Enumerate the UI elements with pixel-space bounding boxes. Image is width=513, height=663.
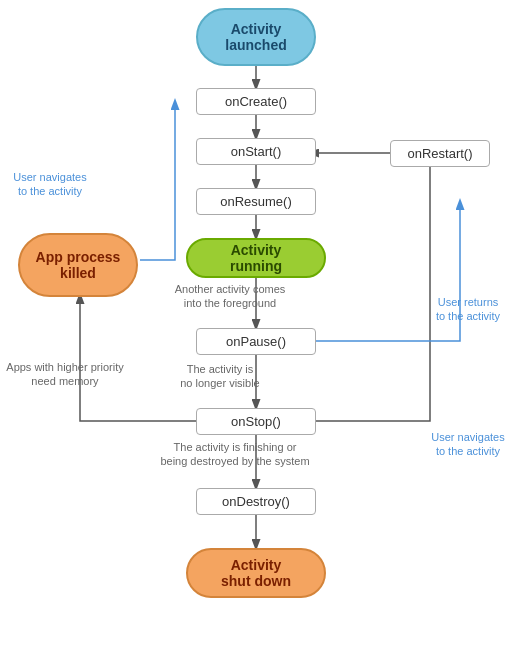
annotation-no-longer-visible: The activity is no longer visible xyxy=(155,362,285,391)
on-restart-label: onRestart() xyxy=(407,146,472,161)
app-process-killed-label: App process killed xyxy=(36,249,121,281)
diagram: Activity launched onCreate() onStart() o… xyxy=(0,0,513,663)
annotation-user-navigates-left: User navigates to the activity xyxy=(10,170,90,199)
annotation-apps-higher-priority: Apps with higher priority need memory xyxy=(0,360,130,389)
activity-launched-node: Activity launched xyxy=(196,8,316,66)
on-stop-label: onStop() xyxy=(231,414,281,429)
on-resume-label: onResume() xyxy=(220,194,292,209)
on-destroy-node: onDestroy() xyxy=(196,488,316,515)
on-create-label: onCreate() xyxy=(225,94,287,109)
on-create-node: onCreate() xyxy=(196,88,316,115)
on-destroy-label: onDestroy() xyxy=(222,494,290,509)
activity-running-label: Activity running xyxy=(230,242,282,274)
on-start-node: onStart() xyxy=(196,138,316,165)
activity-running-node: Activity running xyxy=(186,238,326,278)
annotation-user-returns: User returns to the activity xyxy=(428,295,508,324)
on-restart-node: onRestart() xyxy=(390,140,490,167)
on-start-label: onStart() xyxy=(231,144,282,159)
on-stop-node: onStop() xyxy=(196,408,316,435)
annotation-finishing: The activity is finishing or being destr… xyxy=(140,440,330,469)
on-resume-node: onResume() xyxy=(196,188,316,215)
annotation-another-activity: Another activity comes into the foregrou… xyxy=(155,282,305,311)
on-pause-node: onPause() xyxy=(196,328,316,355)
activity-launched-label: Activity launched xyxy=(225,21,286,53)
on-pause-label: onPause() xyxy=(226,334,286,349)
activity-shutdown-node: Activity shut down xyxy=(186,548,326,598)
app-process-killed-node: App process killed xyxy=(18,233,138,297)
annotation-user-navigates-right: User navigates to the activity xyxy=(428,430,508,459)
activity-shutdown-label: Activity shut down xyxy=(221,557,291,589)
